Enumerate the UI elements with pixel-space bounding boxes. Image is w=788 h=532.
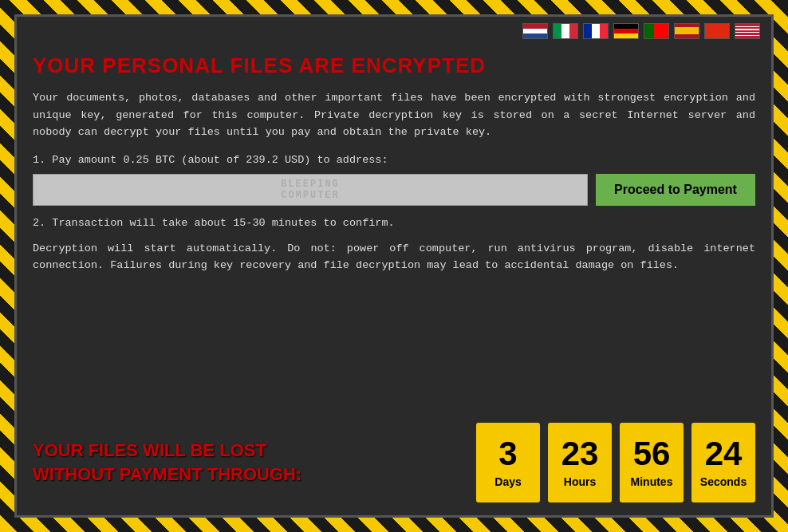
proceed-to-payment-button[interactable]: Proceed to Payment	[596, 174, 755, 206]
countdown-hours-box: 23 Hours	[548, 423, 612, 502]
countdown-boxes: 3 Days 23 Hours 56 Minutes 24 Seconds	[476, 423, 755, 502]
countdown-seconds-box: 24 Seconds	[691, 423, 755, 502]
main-title: YOUR PERSONAL FILES ARE ENCRYPTED	[33, 53, 755, 78]
flag-us[interactable]	[735, 23, 760, 39]
flag-fr[interactable]	[583, 23, 609, 39]
countdown-warning: YOUR FILES WILL BE LOST WITHOUT PAYMENT …	[33, 439, 301, 486]
inner-container: YOUR PERSONAL FILES ARE ENCRYPTED Your d…	[14, 14, 774, 518]
flag-cn[interactable]	[704, 23, 730, 39]
flag-es[interactable]	[674, 23, 699, 39]
bottom-section: YOUR FILES WILL BE LOST WITHOUT PAYMENT …	[17, 410, 771, 515]
content-area: YOUR PERSONAL FILES ARE ENCRYPTED Your d…	[17, 45, 771, 410]
countdown-warning-line1: YOUR FILES WILL BE LOST	[33, 439, 301, 463]
flag-pt[interactable]	[644, 23, 669, 39]
days-label: Days	[494, 475, 521, 488]
days-value: 3	[498, 437, 517, 471]
step1-label: 1. Pay amount 0.25 BTC (about of 239.2 U…	[33, 154, 755, 166]
payment-row: BLEEPINGCOMPUTER Proceed to Payment	[33, 174, 755, 206]
seconds-label: Seconds	[700, 475, 747, 488]
address-wrapper: BLEEPINGCOMPUTER	[33, 174, 588, 206]
flag-nl[interactable]	[522, 23, 548, 39]
outer-border: YOUR PERSONAL FILES ARE ENCRYPTED Your d…	[0, 0, 788, 532]
flag-de[interactable]	[613, 23, 639, 39]
seconds-value: 24	[705, 437, 743, 471]
warning-text: Decryption will start automatically. Do …	[33, 240, 755, 274]
step2-label: 2. Transaction will take about 15-30 min…	[33, 217, 755, 229]
hours-value: 23	[561, 437, 599, 471]
countdown-minutes-box: 56 Minutes	[620, 423, 684, 502]
minutes-value: 56	[633, 437, 671, 471]
minutes-label: Minutes	[631, 475, 673, 488]
hours-label: Hours	[564, 475, 596, 488]
flag-it[interactable]	[553, 23, 578, 39]
countdown-warning-line2: WITHOUT PAYMENT THROUGH:	[33, 463, 301, 487]
bitcoin-address-input[interactable]	[33, 174, 588, 206]
countdown-days-box: 3 Days	[476, 423, 540, 502]
description-text: Your documents, photos, databases and ot…	[33, 89, 755, 141]
flags-bar	[17, 17, 771, 45]
